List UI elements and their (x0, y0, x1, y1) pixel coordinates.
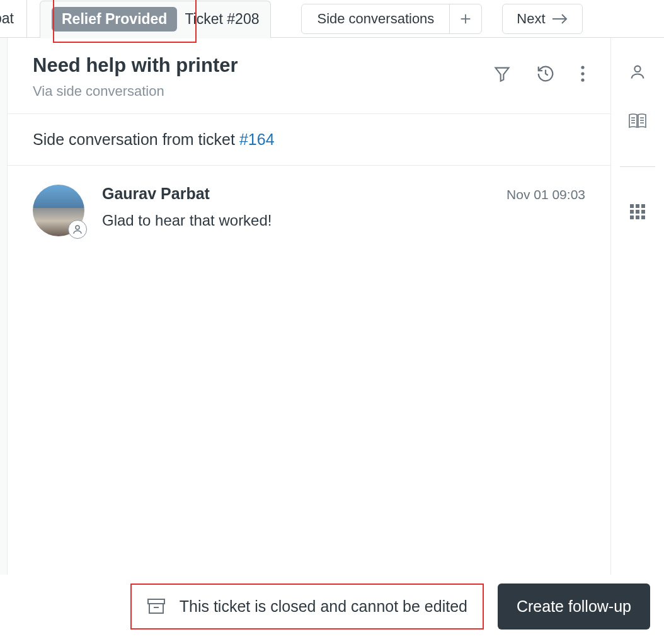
next-label: Next (517, 11, 545, 27)
more-vertical-icon (580, 65, 585, 83)
side-conversations-button[interactable]: Side conversations (301, 4, 450, 34)
closed-notice: This ticket is closed and cannot be edit… (130, 584, 484, 630)
svg-rect-21 (630, 216, 634, 219)
history-icon (536, 64, 555, 83)
ticket-via: Via side conversation (33, 83, 493, 100)
avatar[interactable] (33, 185, 84, 236)
user-icon (72, 224, 83, 235)
svg-rect-17 (641, 204, 645, 208)
svg-rect-18 (630, 210, 634, 214)
create-followup-label: Create follow-up (517, 597, 631, 615)
tab-active-label: Ticket #208 (185, 11, 259, 28)
svg-rect-15 (630, 204, 634, 208)
tab-previous-label: bat (0, 10, 14, 27)
linked-prefix: Side conversation from ticket (33, 130, 239, 148)
filter-icon (493, 65, 511, 83)
svg-rect-19 (636, 210, 639, 214)
create-followup-button[interactable]: Create follow-up (498, 584, 650, 630)
svg-point-8 (634, 66, 640, 72)
subject-actions (493, 54, 585, 83)
plus-icon (459, 12, 472, 26)
rail-user-button[interactable] (629, 63, 646, 81)
svg-point-7 (76, 226, 79, 229)
svg-point-6 (581, 78, 584, 81)
svg-rect-24 (148, 599, 164, 604)
right-rail (611, 38, 664, 580)
ticket-subject: Need help with printer (33, 54, 493, 77)
linked-ticket-row: Side conversation from ticket #164 (8, 114, 610, 166)
subject-row: Need help with printer Via side conversa… (8, 38, 610, 114)
tab-previous-partial[interactable]: bat (0, 0, 27, 38)
add-side-conversation-button[interactable] (449, 4, 482, 34)
closed-notice-text: This ticket is closed and cannot be edit… (180, 597, 467, 616)
apps-grid-icon (629, 204, 646, 220)
history-button[interactable] (536, 64, 555, 83)
svg-point-4 (581, 66, 584, 69)
message: Gaurav Parbat Nov 01 09:03 Glad to hear … (8, 166, 610, 255)
tab-bar: bat Relief Provided Ticket #208 Side con… (0, 0, 664, 38)
status-badge: Relief Provided (52, 7, 177, 32)
ticket-content: Need help with printer Via side conversa… (8, 38, 611, 580)
svg-rect-20 (641, 210, 645, 214)
rail-knowledge-button[interactable] (628, 112, 647, 130)
svg-rect-22 (636, 216, 639, 219)
side-conversations-group: Side conversations (283, 4, 482, 34)
main-area: Need help with printer Via side conversa… (0, 38, 664, 581)
avatar-role-badge (68, 220, 87, 239)
tab-active[interactable]: Relief Provided Ticket #208 (40, 1, 271, 37)
side-conversations-label: Side conversations (317, 11, 434, 27)
rail-divider (620, 166, 655, 167)
message-body: Glad to hear that worked! (102, 212, 585, 229)
message-timestamp: Nov 01 09:03 (507, 187, 585, 202)
svg-rect-23 (641, 216, 645, 219)
rail-apps-button[interactable] (629, 204, 646, 220)
arrow-right-icon (552, 13, 568, 25)
next-button[interactable]: Next (502, 4, 582, 34)
message-author: Gaurav Parbat (102, 185, 210, 203)
svg-rect-16 (636, 204, 639, 208)
archive-icon (147, 597, 166, 615)
left-gutter (0, 38, 8, 580)
svg-point-5 (581, 72, 584, 75)
filter-button[interactable] (493, 65, 511, 83)
footer: This ticket is closed and cannot be edit… (0, 575, 664, 638)
more-button[interactable] (580, 65, 585, 83)
linked-ticket-link[interactable]: #164 (239, 130, 275, 148)
user-icon (629, 63, 646, 81)
book-icon (628, 112, 647, 130)
svg-marker-3 (496, 68, 509, 81)
